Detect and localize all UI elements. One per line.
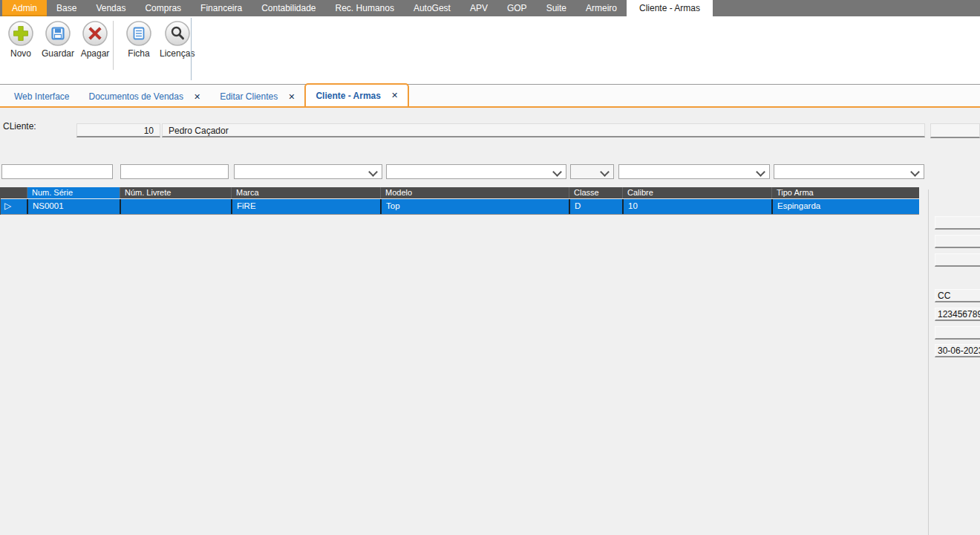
- column-header-num-s-rie[interactable]: Num. Série: [27, 187, 120, 198]
- side-field-5[interactable]: 123456789: [935, 308, 980, 321]
- save-icon: [45, 20, 71, 47]
- menu-item-rec-humanos[interactable]: Rec. Humanos: [326, 0, 404, 16]
- toolbar-button-label: Ficha: [128, 48, 149, 59]
- plus-icon: [7, 20, 34, 47]
- tab-web-interface[interactable]: Web Interface: [4, 87, 79, 106]
- tab-label: Documentos de Vendas: [88, 91, 183, 102]
- side-field-1[interactable]: [935, 216, 980, 230]
- menu-item-gop[interactable]: GOP: [497, 0, 537, 16]
- chevron-down-icon: [600, 167, 610, 177]
- filter-select-1[interactable]: [234, 164, 382, 179]
- filter-input-2[interactable]: [120, 164, 229, 179]
- toolbar: NovoGuardarApagarFichaLicenças: [0, 16, 980, 85]
- side-field-7[interactable]: 30-06-2023: [935, 344, 980, 357]
- row-indicator-header[interactable]: [1, 187, 27, 198]
- client-name-field[interactable]: Pedro Caçador: [162, 123, 925, 137]
- row-indicator-icon: ▷: [1, 199, 27, 214]
- side-field-2[interactable]: [935, 235, 980, 248]
- weapons-table: Num. SérieNúm. LivreteMarcaModeloClasseC…: [0, 187, 919, 215]
- menu-item-contabilidade[interactable]: Contabilidade: [252, 0, 325, 16]
- table-header-row: Num. SérieNúm. LivreteMarcaModeloClasseC…: [1, 187, 919, 198]
- chevron-down-icon: [910, 167, 920, 177]
- content-area: CLiente: 10 Pedro Caçador Num. SérieNúm.…: [0, 108, 980, 535]
- table-cell-modelo: Top: [380, 199, 569, 214]
- menu-item-admin[interactable]: Admin: [2, 0, 47, 16]
- filter-select-2[interactable]: [386, 164, 566, 179]
- close-icon[interactable]: ✕: [194, 92, 200, 102]
- search-icon: [164, 20, 191, 47]
- tab-label: Editar Clientes: [220, 91, 278, 102]
- menu-item-cliente-armas[interactable]: Cliente - Armas: [627, 0, 713, 16]
- menu-item-compras[interactable]: Compras: [135, 0, 191, 16]
- client-label: CLiente:: [3, 121, 36, 132]
- tab-editar-clientes[interactable]: Editar Clientes✕: [210, 87, 304, 106]
- menu-item-suite[interactable]: Suite: [537, 0, 576, 16]
- table-cell-tipo-arma: Espingarda: [771, 199, 919, 214]
- table-cell-n-m-livrete: [120, 199, 231, 214]
- novo-button[interactable]: Novo: [3, 20, 39, 59]
- ribbon-menubar: AdminBaseVendasComprasFinanceiraContabil…: [0, 0, 980, 16]
- tab-label: Web Interface: [14, 91, 69, 102]
- side-field-4[interactable]: CC: [935, 289, 980, 302]
- menu-item-financeira[interactable]: Financeira: [191, 0, 252, 16]
- toolbar-button-label: Licenças: [160, 48, 195, 59]
- column-header-marca[interactable]: Marca: [231, 187, 380, 198]
- document-tabstrip: Web InterfaceDocumentos de Vendas✕Editar…: [0, 85, 980, 108]
- delete-icon: [82, 20, 108, 47]
- filter-input-1[interactable]: [1, 164, 113, 179]
- apagar-button[interactable]: Apagar: [77, 20, 113, 59]
- close-icon[interactable]: ✕: [391, 91, 398, 100]
- document-icon: [125, 20, 152, 47]
- tab-cliente-armas[interactable]: Cliente - Armas✕: [304, 83, 409, 106]
- column-header-modelo[interactable]: Modelo: [380, 187, 569, 198]
- chevron-down-icon: [552, 167, 562, 177]
- client-code-field[interactable]: 10: [76, 123, 160, 137]
- table-cell-calibre: 10: [622, 199, 771, 214]
- menu-item-vendas[interactable]: Vendas: [86, 0, 135, 16]
- chevron-down-icon: [368, 167, 378, 177]
- filter-select-3[interactable]: [570, 164, 614, 179]
- menu-item-autogest[interactable]: AutoGest: [404, 0, 460, 16]
- toolbar-group-separator: [113, 21, 114, 70]
- tab-label: Cliente - Armas: [316, 91, 381, 101]
- column-header-calibre[interactable]: Calibre: [622, 187, 771, 198]
- client-extra-field[interactable]: [930, 123, 980, 138]
- guardar-button[interactable]: Guardar: [39, 20, 77, 59]
- table-cell-classe: D: [569, 199, 622, 214]
- column-header-classe[interactable]: Classe: [569, 187, 622, 198]
- tab-documentos-de-vendas[interactable]: Documentos de Vendas✕: [79, 87, 210, 106]
- licen-as-button[interactable]: Licenças: [157, 20, 197, 59]
- chevron-down-icon: [756, 167, 765, 177]
- filter-select-4[interactable]: [618, 164, 770, 179]
- table-cell-marca: FiRE: [231, 199, 380, 214]
- ribbon-group-separator: [191, 18, 192, 80]
- column-header-tipo-arma[interactable]: Tipo Arma: [771, 187, 919, 198]
- menu-item-armeiro[interactable]: Armeiro: [576, 0, 627, 16]
- menu-item-base[interactable]: Base: [47, 0, 86, 16]
- toolbar-button-label: Apagar: [81, 48, 110, 59]
- close-icon[interactable]: ✕: [288, 92, 295, 102]
- table-row[interactable]: ▷NS0001FiRETopD10Espingarda: [1, 199, 919, 215]
- side-panel-divider: [928, 189, 929, 535]
- table-cell-num-s-rie: NS0001: [27, 199, 120, 214]
- ficha-button[interactable]: Ficha: [121, 20, 157, 59]
- toolbar-button-label: Guardar: [42, 48, 74, 59]
- toolbar-button-label: Novo: [10, 48, 31, 59]
- filter-select-5[interactable]: [774, 164, 924, 179]
- menu-item-apv[interactable]: APV: [460, 0, 497, 16]
- side-field-3[interactable]: [935, 253, 980, 267]
- column-header-n-m-livrete[interactable]: Núm. Livrete: [120, 187, 231, 198]
- side-field-6[interactable]: [935, 326, 980, 340]
